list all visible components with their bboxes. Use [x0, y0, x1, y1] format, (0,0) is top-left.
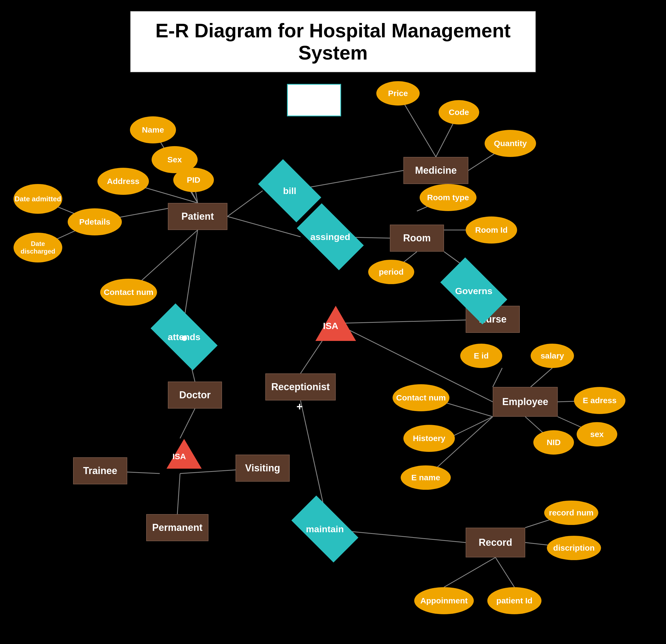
svg-line-33 — [180, 409, 195, 439]
diamond-bill: bill — [263, 173, 317, 208]
entity-doctor: Doctor — [168, 381, 222, 409]
title-text: E-R Diagram for Hospital Management Syst… — [155, 20, 511, 64]
diamond-assinged: assinged — [300, 219, 360, 254]
entity-room: Room — [390, 225, 444, 252]
attr-ename: E name — [401, 465, 451, 490]
diamond-attends: attends — [154, 319, 214, 355]
svg-line-22 — [300, 341, 322, 373]
attr-name: Name — [130, 117, 176, 143]
attr-contactnum2: Contact num — [392, 384, 450, 411]
attr-roomid: Room Id — [466, 216, 517, 244]
svg-line-24 — [531, 368, 552, 387]
entity-record: Record — [466, 527, 525, 557]
attr-code: Code — [439, 100, 479, 124]
attr-eaddress: E adress — [574, 387, 625, 414]
attr-price: Price — [376, 81, 420, 106]
attr-contactnum: Contact num — [100, 279, 157, 306]
svg-line-36 — [177, 473, 180, 514]
svg-line-31 — [184, 230, 198, 319]
attr-dateadmitted: Date admitted — [14, 184, 62, 214]
entity-employee: Employee — [493, 387, 558, 417]
diamond-governs: Governs — [444, 273, 504, 308]
svg-line-42 — [495, 557, 514, 587]
attr-period: period — [368, 260, 414, 284]
isa-triangle-1: ISA — [315, 306, 356, 341]
diamond-maintain: maintain — [295, 512, 355, 547]
entity-patient: Patient — [168, 203, 227, 230]
attr-eid: E id — [460, 344, 502, 368]
attr-patientid: patient Id — [487, 587, 541, 614]
isa-triangle-2: ISA — [166, 439, 202, 469]
attr-address: Address — [98, 168, 149, 195]
title-box: E-R Diagram for Hospital Management Syst… — [130, 11, 536, 72]
entity-visiting: Visiting — [235, 454, 290, 482]
svg-line-37 — [300, 400, 325, 512]
attr-quantity: Quantity — [485, 130, 536, 157]
attr-pid: PID — [173, 168, 214, 192]
svg-line-9 — [227, 216, 300, 237]
svg-line-41 — [444, 557, 495, 587]
entity-medicine: Medicine — [403, 157, 468, 184]
attr-pdetails: Pdetails — [68, 208, 122, 235]
attr-histoery: Histoery — [403, 425, 455, 452]
attr-nid: NID — [533, 430, 574, 454]
attr-appoinment: Appoinment — [414, 587, 474, 614]
attr-discription: discription — [547, 536, 601, 560]
attr-recordnum: record num — [544, 501, 598, 525]
attr-esex: sex — [577, 422, 617, 446]
entity-trainee: Trainee — [73, 457, 127, 484]
svg-line-23 — [493, 368, 502, 387]
attr-salary: salary — [531, 344, 574, 368]
svg-line-28 — [448, 417, 493, 439]
svg-line-8 — [227, 191, 263, 216]
attr-roomtype: Room type — [420, 184, 476, 211]
entity-permanent: Permanent — [146, 514, 208, 541]
plus-marker-receptionist: + — [296, 400, 303, 413]
unlabeled-rect — [287, 84, 341, 117]
attr-datedischarged: Date discharged — [14, 233, 62, 263]
entity-receptionist: Receptionist — [265, 373, 336, 400]
